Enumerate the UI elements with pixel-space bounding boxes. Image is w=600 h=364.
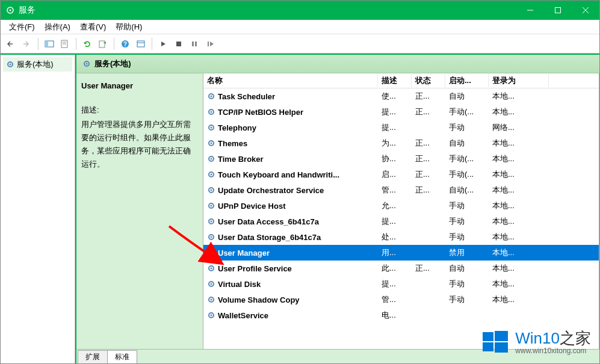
gear-icon [207,139,215,147]
svg-point-33 [211,158,212,160]
service-name: User Profile Service [218,264,292,273]
restart-service-button[interactable] [203,37,217,51]
service-row[interactable]: Telephony提...手动网络... [203,120,599,135]
service-row[interactable]: WalletService电... [203,307,599,323]
service-name: Task Scheduler [218,92,275,101]
svg-point-43 [211,236,212,238]
service-logon: 网络... [489,121,549,134]
gear-icon [207,295,215,304]
start-service-button[interactable] [156,37,170,51]
service-row[interactable]: Touch Keyboard and Handwriti...启...正...手… [203,167,599,182]
main-area: 服务(本地) 服务(本地) User Manager 描述: 用户管理器提供多用… [1,54,599,363]
service-logon: 本地... [489,152,549,165]
window-title: 服务 [19,5,516,16]
service-row[interactable]: Task Scheduler使...正...自动本地... [203,88,599,104]
properties-button[interactable] [58,37,72,51]
service-desc: 启... [378,168,412,181]
service-row[interactable]: TCP/IP NetBIOS Helper提...正...手动(...本地... [203,104,599,120]
gear-icon [207,92,215,100]
service-name: User Data Access_6b41c7a [218,217,319,226]
service-row[interactable]: User Manager用...禁用本地... [203,245,599,261]
menu-file[interactable]: 文件(F) [4,20,40,34]
service-desc: 提... [378,277,412,291]
service-desc: 使... [378,90,412,103]
selected-service-name: User Manager [81,79,198,93]
service-name: Volume Shadow Copy [218,295,300,304]
service-row[interactable]: User Profile Service此...正...自动本地... [203,261,599,276]
toolbar-separator [76,38,76,50]
gear-icon [207,202,215,210]
service-desc: 为... [378,137,412,150]
service-row[interactable]: Virtual Disk提...手动本地... [203,276,599,292]
column-startup[interactable]: 启动... [445,74,489,87]
minimize-button[interactable] [516,1,544,20]
svg-rect-19 [208,42,209,46]
menu-bar: 文件(F) 操作(A) 查看(V) 帮助(H) [1,20,599,34]
service-row[interactable]: Time Broker协...正...手动(...本地... [203,151,599,167]
details-button[interactable] [134,37,148,51]
service-logon: 本地... [489,199,549,212]
column-description[interactable]: 描述 [378,74,412,87]
service-row[interactable]: Themes为...正...自动本地... [203,135,599,151]
service-startup: 自动 [445,262,489,275]
svg-point-29 [211,127,212,129]
gear-icon [207,233,215,241]
close-button[interactable] [572,1,599,20]
service-logon: 本地... [489,105,549,119]
tree-pane: 服务(本地) [1,55,75,363]
service-desc: 允... [378,199,412,212]
list-body[interactable]: Task Scheduler使...正...自动本地...TCP/IP NetB… [203,88,599,363]
service-name: User Manager [218,248,270,258]
service-status [412,126,445,129]
svg-rect-16 [176,42,181,46]
service-status: 正... [412,168,445,181]
help-button[interactable]: ? [118,37,132,51]
show-hide-tree-button[interactable] [42,37,57,51]
toolbar-separator [152,38,152,50]
service-status: 正... [412,152,445,165]
service-desc: 管... [378,293,412,306]
tree-root-services[interactable]: 服务(本地) [3,57,72,72]
svg-point-31 [211,143,212,144]
tab-extended[interactable]: 扩展 [78,350,108,363]
service-logon: 本地... [489,184,549,197]
gear-icon [207,170,215,179]
export-button[interactable] [96,37,110,51]
stop-service-button[interactable] [172,37,186,51]
svg-rect-11 [99,41,105,48]
service-desc: 提... [378,105,412,119]
service-row[interactable]: User Data Storage_6b41c7a处...手动本地... [203,229,599,245]
maximize-button[interactable] [544,1,572,20]
service-status [412,220,445,223]
service-status: 正... [412,184,445,197]
column-logon[interactable]: 登录为 [489,74,549,87]
service-row[interactable]: Update Orchestrator Service管...正...自动(..… [203,182,599,198]
service-row[interactable]: User Data Access_6b41c7a提...手动本地... [203,214,599,229]
menu-view[interactable]: 查看(V) [75,20,111,34]
service-row[interactable]: Volume Shadow Copy管...手动本地... [203,292,599,307]
pause-service-button[interactable] [187,37,202,51]
refresh-button[interactable] [80,37,94,51]
tab-standard[interactable]: 标准 [107,350,137,363]
menu-help[interactable]: 帮助(H) [111,20,147,34]
toolbar: ? [1,34,599,54]
service-status [412,314,445,316]
svg-point-27 [211,111,212,113]
column-status[interactable]: 状态 [412,74,445,87]
service-logon: 本地... [489,230,549,244]
menu-action[interactable]: 操作(A) [40,20,75,34]
service-desc: 电... [378,309,412,322]
service-desc: 用... [378,246,412,259]
svg-point-49 [211,283,212,285]
service-startup: 手动(... [445,105,489,119]
pane-header: 服务(本地) [76,55,599,73]
gear-icon [207,217,215,226]
forward-button[interactable] [20,37,34,51]
service-desc: 处... [378,230,412,244]
svg-rect-7 [45,41,48,47]
bottom-tabs: 扩展 标准 [76,349,599,363]
column-name[interactable]: 名称 [203,74,378,87]
service-row[interactable]: UPnP Device Host允...手动本地... [203,198,599,214]
back-button[interactable] [4,37,19,51]
svg-rect-17 [192,42,194,46]
